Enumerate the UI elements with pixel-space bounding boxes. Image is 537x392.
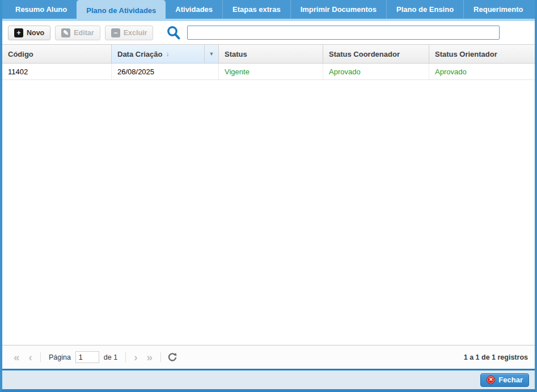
column-header-codigo[interactable]: Código [2, 45, 112, 63]
fechar-button-label: Fechar [498, 376, 523, 384]
tab-atividades[interactable]: Atividades [166, 0, 222, 19]
page-number-input[interactable] [75, 351, 99, 363]
editar-button-label: Editar [74, 29, 94, 37]
cell-status-coordenador: Aprovado [323, 64, 429, 79]
records-summary: 1 a 1 de 1 registros [464, 353, 528, 361]
pagination-separator [40, 352, 41, 362]
tab-requerimento[interactable]: Requerimento [463, 0, 532, 19]
footer-bar: ✕ Fechar [2, 370, 535, 389]
search-input[interactable] [187, 26, 500, 40]
prev-page-icon[interactable]: ‹ [24, 352, 37, 363]
column-header-codigo-label: Código [8, 50, 33, 58]
editar-button[interactable]: ✎ Editar [55, 26, 100, 40]
novo-button-label: Novo [27, 29, 44, 37]
pagination-bar: « ‹ Página de 1 › » 1 a 1 de 1 registros [2, 345, 535, 369]
tab-imprimir-documentos[interactable]: Imprimir Documentos [290, 0, 386, 19]
refresh-icon[interactable] [167, 352, 178, 363]
grid-header: Código Data Criação ↓ ▼ Status Status Co… [2, 45, 535, 64]
page-of-label: de 1 [104, 353, 117, 361]
fechar-button[interactable]: ✕ Fechar [480, 373, 529, 387]
tab-etapas-extras[interactable]: Etapas extras [222, 0, 290, 19]
tab-bar: Resumo Aluno Plano de Atividades Ativida… [2, 0, 535, 19]
cell-status: Vigente [219, 64, 323, 79]
tab-plano-de-ensino[interactable]: Plano de Ensino [386, 0, 463, 19]
plus-icon: + [14, 28, 23, 37]
column-header-status-orientador-label: Status Orientador [435, 50, 497, 58]
tab-resumo-aluno[interactable]: Resumo Aluno [6, 0, 77, 19]
last-page-icon[interactable]: » [142, 352, 158, 363]
page-label: Página [49, 353, 71, 361]
toolbar: + Novo ✎ Editar − Excluir [2, 21, 535, 45]
cell-codigo: 11402 [2, 64, 112, 79]
cell-data-criacao: 26/08/2025 [112, 64, 219, 79]
column-header-status-coordenador[interactable]: Status Coordenador [323, 45, 429, 63]
novo-button[interactable]: + Novo [8, 26, 50, 40]
cell-status-orientador: Aprovado [429, 64, 535, 79]
first-page-icon[interactable]: « [9, 352, 24, 363]
column-header-status-orientador[interactable]: Status Orientador [429, 45, 535, 63]
search-area [166, 25, 500, 41]
next-page-icon[interactable]: › [129, 352, 142, 363]
search-icon [166, 25, 181, 41]
excluir-button[interactable]: − Excluir [105, 26, 154, 40]
grid-body-empty-area [2, 80, 535, 345]
pencil-icon: ✎ [61, 28, 70, 37]
plano-atividades-window: Resumo Aluno Plano de Atividades Ativida… [0, 0, 537, 392]
minus-icon: − [111, 28, 120, 37]
column-header-data-criacao[interactable]: Data Criação ↓ [112, 45, 205, 63]
pagination-separator [125, 352, 126, 362]
tab-plano-de-atividades[interactable]: Plano de Atividades [77, 0, 166, 21]
table-row[interactable]: 11402 26/08/2025 Vigente Aprovado Aprova… [2, 64, 535, 80]
sort-desc-icon: ↓ [166, 50, 169, 58]
close-icon: ✕ [487, 376, 495, 384]
column-header-status-label: Status [225, 50, 247, 58]
excluir-button-label: Excluir [124, 29, 147, 37]
column-header-status-coordenador-label: Status Coordenador [329, 50, 400, 58]
column-header-data-criacao-label: Data Criação [117, 50, 162, 58]
column-menu-trigger-icon[interactable]: ▼ [205, 45, 219, 63]
column-header-status[interactable]: Status [219, 45, 323, 63]
pagination-separator [160, 352, 161, 362]
